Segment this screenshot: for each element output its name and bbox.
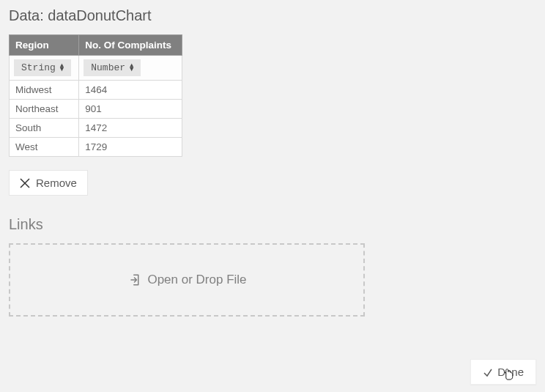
- table-row: South 1472: [10, 119, 182, 138]
- table-header-row: Region No. Of Complaints: [10, 35, 182, 56]
- cell-region[interactable]: Northeast: [10, 100, 79, 119]
- table-type-row: String ▲▼ Number ▲▼: [10, 56, 182, 81]
- type-selector-complaints[interactable]: Number ▲▼: [84, 59, 141, 76]
- table-row: West 1729: [10, 138, 182, 157]
- sort-icon: ▲▼: [130, 64, 133, 72]
- table-row: Midwest 1464: [10, 81, 182, 100]
- links-section-title: Links: [9, 216, 536, 233]
- cell-region[interactable]: Midwest: [10, 81, 79, 100]
- cell-complaints[interactable]: 1472: [79, 119, 182, 138]
- check-icon: [483, 367, 493, 377]
- sort-icon: ▲▼: [60, 64, 64, 72]
- type-selector-label: Number: [91, 62, 125, 73]
- open-file-icon: [127, 273, 140, 286]
- done-button-label: Done: [497, 366, 524, 378]
- cell-region[interactable]: South: [10, 119, 79, 138]
- remove-button-label: Remove: [36, 177, 77, 189]
- cell-region[interactable]: West: [10, 138, 79, 157]
- data-table: Region No. Of Complaints String ▲▼ Numbe…: [9, 34, 182, 157]
- col-header-complaints[interactable]: No. Of Complaints: [79, 35, 182, 56]
- cell-complaints[interactable]: 1464: [79, 81, 182, 100]
- col-header-region[interactable]: Region: [10, 35, 79, 56]
- close-icon: [20, 178, 30, 188]
- done-button[interactable]: Done: [470, 359, 536, 385]
- type-selector-region[interactable]: String ▲▼: [14, 59, 71, 76]
- table-row: Northeast 901: [10, 100, 182, 119]
- links-drop-zone[interactable]: Open or Drop File: [9, 243, 365, 317]
- cell-complaints[interactable]: 1729: [79, 138, 182, 157]
- type-selector-label: String: [21, 62, 56, 73]
- dropzone-label: Open or Drop File: [147, 273, 246, 287]
- cell-complaints[interactable]: 901: [79, 100, 182, 119]
- remove-button[interactable]: Remove: [9, 170, 88, 196]
- data-header-title: Data: dataDonutChart: [9, 7, 536, 24]
